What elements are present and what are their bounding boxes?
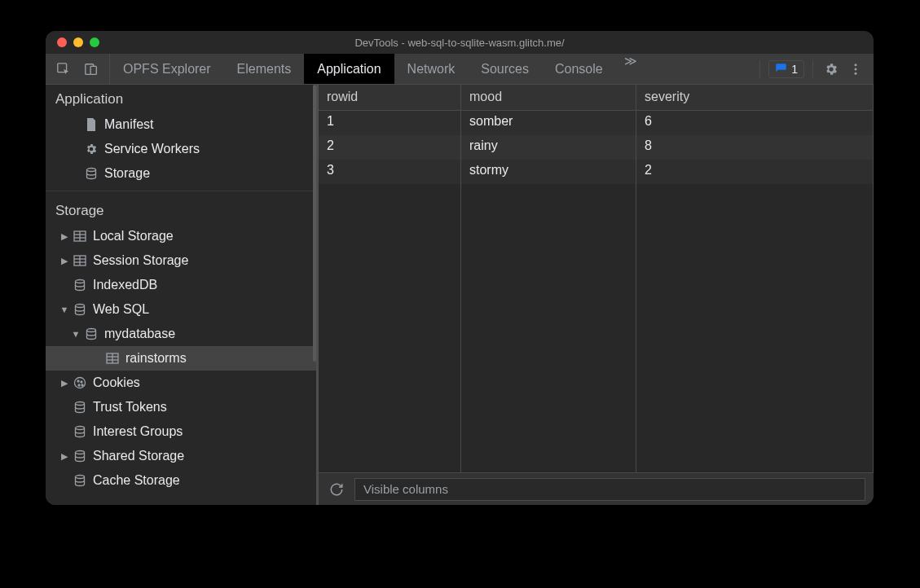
panel-tabs: OPFS Explorer Elements Application Netwo…: [110, 54, 616, 84]
svg-point-15: [76, 280, 85, 283]
sidebar-item-label: Trust Tokens: [93, 400, 167, 415]
sidebar-item-interest-groups[interactable]: ▶ Interest Groups: [46, 419, 316, 444]
tab-application[interactable]: Application: [304, 54, 394, 84]
svg-point-24: [81, 381, 82, 383]
more-tabs-icon[interactable]: ≫: [616, 54, 645, 84]
cell: rainy: [461, 135, 636, 160]
svg-point-23: [77, 380, 79, 382]
sidebar: Application ▶ Manifest ▶ Service Workers…: [46, 85, 319, 505]
svg-point-22: [75, 378, 86, 388]
data-table: rowid mood severity 1 somber 6 2 rainy 8: [319, 85, 874, 472]
issues-count: 1: [791, 63, 798, 76]
svg-point-3: [855, 64, 857, 66]
sidebar-item-mydatabase[interactable]: ▼ mydatabase: [46, 322, 316, 346]
svg-point-26: [81, 384, 83, 386]
sidebar-item-label: Cookies: [93, 375, 140, 390]
sidebar-item-storage-overview[interactable]: ▶ Storage: [46, 161, 316, 186]
database-icon: [72, 401, 88, 414]
sidebar-item-session-storage[interactable]: ▶ Session Storage: [46, 248, 316, 273]
svg-rect-2: [90, 66, 96, 74]
database-icon: [72, 425, 88, 438]
database-icon: [83, 167, 99, 180]
table-header: rowid mood severity: [319, 85, 874, 111]
section-application: Application: [46, 85, 316, 112]
table-icon: [72, 230, 88, 242]
sidebar-item-label: Interest Groups: [93, 424, 183, 439]
cell: stormy: [461, 160, 636, 184]
tab-console[interactable]: Console: [542, 54, 616, 84]
sidebar-item-websql[interactable]: ▼ Web SQL: [46, 297, 316, 322]
cookie-icon: [72, 376, 88, 389]
visible-columns-input[interactable]: [354, 478, 865, 501]
close-window-button[interactable]: [57, 37, 67, 47]
sidebar-item-label: IndexedDB: [93, 278, 157, 292]
more-options-icon[interactable]: [846, 59, 865, 79]
sidebar-item-local-storage[interactable]: ▶ Local Storage: [46, 224, 316, 248]
devtools-window: DevTools - web-sql-to-sqlite-wasm.glitch…: [46, 31, 874, 505]
svg-point-30: [76, 476, 85, 479]
table-row[interactable]: 3 stormy 2: [319, 160, 874, 184]
svg-point-28: [76, 427, 85, 430]
sidebar-item-label: Web SQL: [93, 302, 149, 317]
main-toolbar: OPFS Explorer Elements Application Netwo…: [46, 54, 874, 85]
divider: [812, 60, 813, 78]
sidebar-item-rainstorms[interactable]: rainstorms: [46, 346, 316, 371]
tab-sources[interactable]: Sources: [468, 54, 542, 84]
maximize-window-button[interactable]: [90, 37, 99, 47]
cell: somber: [461, 111, 636, 135]
sidebar-item-label: Service Workers: [104, 142, 200, 156]
svg-point-16: [76, 305, 85, 308]
database-icon: [72, 303, 88, 316]
svg-point-27: [76, 402, 85, 406]
sidebar-item-label: Manifest: [104, 117, 153, 132]
sidebar-item-cookies[interactable]: ▶ Cookies: [46, 371, 316, 395]
traffic-lights[interactable]: [46, 37, 99, 47]
sidebar-item-label: mydatabase: [104, 327, 175, 341]
gear-icon: [83, 143, 99, 156]
svg-point-25: [78, 384, 80, 386]
svg-point-17: [87, 329, 96, 332]
sidebar-item-service-workers[interactable]: ▶ Service Workers: [46, 137, 316, 161]
column-header-mood[interactable]: mood: [461, 85, 636, 110]
table-icon: [104, 353, 121, 364]
svg-point-6: [87, 169, 96, 172]
cell: 2: [319, 135, 461, 160]
cell: 8: [636, 135, 874, 160]
sidebar-item-label: Storage: [104, 166, 150, 181]
settings-icon[interactable]: [821, 59, 841, 79]
sidebar-item-trust-tokens[interactable]: ▶ Trust Tokens: [46, 395, 316, 419]
minimize-window-button[interactable]: [73, 37, 83, 47]
sidebar-item-shared-storage[interactable]: ▶ Shared Storage: [46, 444, 316, 468]
cell: 3: [319, 160, 461, 184]
tab-opfs-explorer[interactable]: OPFS Explorer: [110, 54, 224, 84]
database-icon: [72, 450, 88, 463]
database-icon: [83, 327, 99, 340]
sidebar-item-cache-storage[interactable]: ▶ Cache Storage: [46, 468, 316, 493]
window-title: DevTools - web-sql-to-sqlite-wasm.glitch…: [46, 37, 874, 49]
sidebar-item-label: Shared Storage: [93, 449, 184, 463]
sidebar-item-indexeddb[interactable]: ▶ IndexedDB: [46, 273, 316, 297]
sidebar-item-label: rainstorms: [125, 351, 187, 366]
svg-point-4: [855, 68, 857, 70]
tab-network[interactable]: Network: [394, 54, 469, 84]
table-row[interactable]: 2 rainy 8: [319, 135, 874, 160]
column-header-severity[interactable]: severity: [636, 85, 874, 110]
sidebar-item-label: Local Storage: [93, 229, 174, 244]
section-storage: Storage: [46, 196, 316, 224]
scrollbar[interactable]: [313, 85, 316, 362]
cell: 2: [636, 160, 874, 184]
inspect-element-icon[interactable]: [54, 59, 73, 79]
device-toolbar-icon[interactable]: [81, 59, 101, 79]
sidebar-item-manifest[interactable]: ▶ Manifest: [46, 112, 316, 137]
database-icon: [72, 279, 88, 292]
cell: 1: [319, 111, 461, 135]
issues-badge[interactable]: 1: [768, 60, 804, 78]
refresh-icon[interactable]: [327, 480, 346, 499]
tab-elements[interactable]: Elements: [224, 54, 305, 84]
svg-point-5: [855, 72, 857, 74]
cell: 6: [636, 111, 874, 135]
table-icon: [72, 255, 88, 266]
column-header-rowid[interactable]: rowid: [319, 85, 461, 110]
table-row[interactable]: 1 somber 6: [319, 111, 874, 135]
sid
        ebar-item-label: Cache Storage: [93, 473, 180, 488]
